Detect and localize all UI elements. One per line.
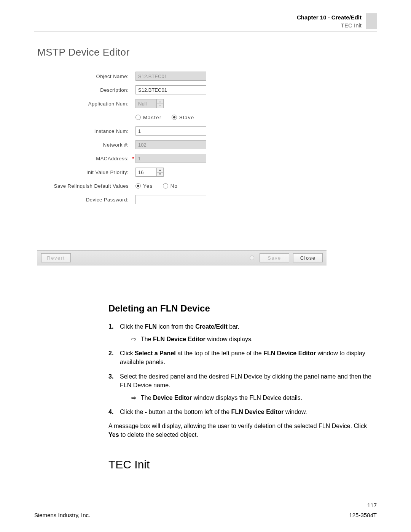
radio-master[interactable]: Master <box>135 115 162 120</box>
required-asterisk: * <box>131 156 135 161</box>
spinner-down-icon: ▼ <box>157 104 163 108</box>
spinner-down-icon[interactable]: ▼ <box>157 173 163 177</box>
editor-title: MSTP Device Editor <box>37 46 327 58</box>
heading-deleting-fln: Deleting an FLN Device <box>108 302 375 315</box>
object-name-field: S12.BTEC01 <box>135 72 206 81</box>
label-app-num: Application Num: <box>37 101 131 107</box>
editor-footer-bar: Revert Save Close <box>37 250 327 265</box>
label-object-name: Object Name: <box>37 73 131 79</box>
description-field[interactable]: S12.BTEC01 <box>135 85 206 94</box>
save-button[interactable]: Save <box>260 253 289 262</box>
radio-slave-label: Slave <box>179 115 194 120</box>
radio-slave[interactable]: Slave <box>172 115 194 120</box>
init-priority-spinner[interactable]: 16 ▲▼ <box>135 168 164 177</box>
result-arrow-icon: ⇨ <box>131 335 136 343</box>
header-marker-box <box>366 13 377 29</box>
label-mac: MACAddress: <box>37 156 131 161</box>
radio-no[interactable]: No <box>163 183 178 189</box>
header-chapter: Chapter 10 - Create/Edit <box>297 13 362 21</box>
spinner-up-icon: ▲ <box>157 99 163 104</box>
init-priority-value[interactable]: 16 <box>135 168 157 177</box>
label-save-relinquish: Save Relinquish Default Values <box>37 183 131 189</box>
header-rule <box>34 32 377 32</box>
step-1: 1. Click the FLN icon from the Create/Ed… <box>108 322 375 343</box>
device-password-field[interactable] <box>135 195 206 204</box>
step-2: 2. Click Select a Panel at the top of th… <box>108 349 375 366</box>
label-instance-num: Instance Num: <box>37 128 131 134</box>
radio-master-label: Master <box>143 115 162 120</box>
radio-yes-label: Yes <box>143 183 153 189</box>
page-header: Chapter 10 - Create/Edit TEC Init <box>34 13 377 29</box>
header-section: TEC Init <box>297 21 362 29</box>
label-description: Description: <box>37 87 131 93</box>
step-4: 4. Click the - button at the bottom left… <box>108 407 375 416</box>
close-button[interactable]: Close <box>293 253 323 262</box>
closing-paragraph: A message box will display, allowing the… <box>108 422 375 439</box>
network-field: 102 <box>135 140 206 149</box>
instance-num-field[interactable]: 1 <box>135 126 206 136</box>
status-indicator-icon <box>250 256 254 260</box>
mac-field: 1 <box>135 154 206 163</box>
spinner-up-icon[interactable]: ▲ <box>157 168 163 173</box>
revert-button[interactable]: Revert <box>41 253 71 262</box>
result-arrow-icon: ⇨ <box>131 393 136 402</box>
label-init-priority: Init Value Priority: <box>37 169 131 175</box>
page-number: 117 <box>34 502 377 508</box>
footer-company: Siemens Industry, Inc. <box>34 512 90 518</box>
app-num-value: Null <box>135 99 157 108</box>
mstp-device-editor-screenshot: MSTP Device Editor Object Name: S12.BTEC… <box>37 46 327 265</box>
app-num-spinner: Null ▲▼ <box>135 99 164 108</box>
label-network: Network #: <box>37 142 131 148</box>
page-footer: 117 Siemens Industry, Inc. 125-3584T <box>34 502 377 518</box>
document-body: Deleting an FLN Device 1. Click the FLN … <box>108 302 375 473</box>
step-3: 3. Select the desired panel and the desi… <box>108 372 375 403</box>
radio-yes[interactable]: Yes <box>135 183 153 189</box>
heading-tec-init: TEC Init <box>108 456 375 473</box>
footer-docid: 125-3584T <box>349 512 377 518</box>
radio-no-label: No <box>170 183 178 189</box>
label-device-password: Device Password: <box>37 197 131 203</box>
